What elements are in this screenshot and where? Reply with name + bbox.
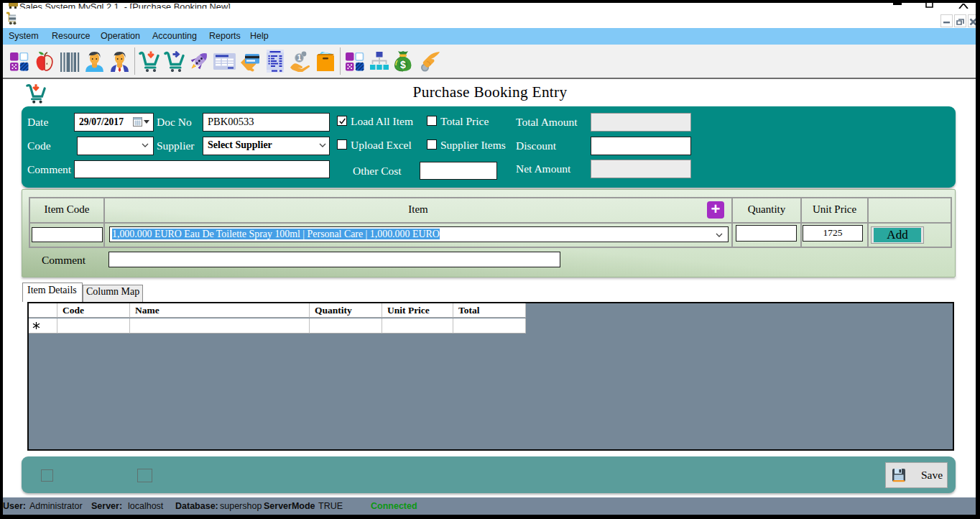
svg-text:1: 1: [297, 54, 302, 62]
svg-text:$: $: [400, 59, 406, 70]
